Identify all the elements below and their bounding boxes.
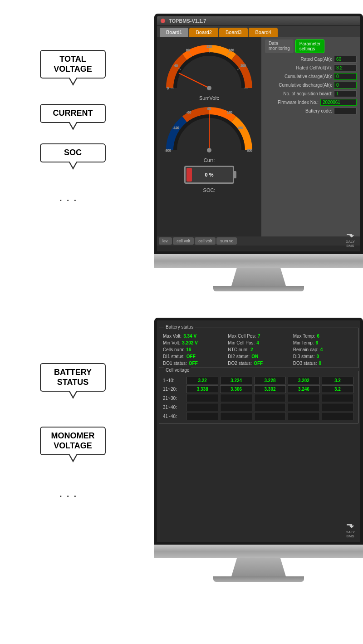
bottom-tabs: lev. cell volt cell volt sum vo [157,236,360,246]
svg-point-14 [207,86,211,90]
svg-point-23 [207,148,211,152]
monitor-base-2 [154,545,363,558]
monitor-base [154,254,363,268]
battery-status-title: Battery status [164,324,195,329]
svg-text:80: 80 [186,49,190,52]
svg-text:-300: -300 [165,149,171,152]
board-tab-2[interactable]: Board2 [189,28,218,37]
bottom-tab-cell-volt-2[interactable]: cell volt [195,237,216,245]
param-rated-cap-input[interactable] [334,56,357,63]
svg-text:240: 240 [238,126,243,129]
board-tabs: Board1 Board2 Board3 Board4 [157,26,360,37]
param-acq-board-input[interactable] [334,90,357,97]
bottom-tab-lev[interactable]: lev. [159,237,172,245]
param-cum-charge-input[interactable] [334,73,357,80]
cell-voltage-title: Cell voltage [164,368,191,373]
param-acq-board: No. of acquisition board: [265,90,357,97]
param-firmware-input[interactable] [320,99,357,106]
svg-text:180: 180 [227,111,232,114]
param-rated-cap: Rated Cap(Ah): [265,56,357,63]
param-cum-charge: Cumulative charge(Ah): [265,73,357,80]
param-rated-cell-input[interactable] [334,64,357,71]
app-title: TOPBMS-V1.1.7 [169,18,206,24]
cell-row-31-40: 31~40: [163,403,354,411]
di1-status: DI1 status: OFF [163,354,224,359]
param-battery-code-input[interactable] [334,108,357,114]
svg-text:60: 60 [207,107,211,110]
battery-status-bubble: BATTERY STATUS [40,363,106,392]
current-bubble: CURRENT [40,104,106,123]
sub-tab-params[interactable]: Parametersettings [295,39,325,53]
cell-row-41-48: 41~48: [163,412,354,420]
svg-text:200: 200 [240,64,246,67]
svg-text:40: 40 [174,64,178,67]
board-tab-3[interactable]: Board3 [219,28,248,37]
bottom-tab-sum-vo[interactable]: sum vo [216,237,237,245]
dots-1: ... [59,190,80,204]
soc-container: 0 % SOC: [161,166,258,193]
cell-voltage-section: Cell voltage 1~10: 3.22 3.224 3.228 3.20… [159,371,358,423]
param-rated-cell: Rated CellVolt(V): [265,64,357,71]
svg-line-13 [179,73,209,88]
sum-volt-gauge: 0 40 80 120 160 200 [161,40,258,101]
param-cum-discharge-input[interactable] [334,82,357,88]
monitor-foot-2 [213,576,304,582]
param-cum-discharge: Cumulative discharge(Ah): [265,82,357,88]
cells-num: Cells num: 16 [163,347,224,352]
max-temp: Max Temp: 6 [293,334,354,339]
svg-text:-120: -120 [173,126,179,129]
monitor-stand-2 [231,558,286,576]
battery-status-section: Battery status Max Volt: 3.34 V Max Cell… [159,328,358,368]
bottom-tab-cell-volt-1[interactable]: cell volt [173,237,194,245]
svg-text:-60: -60 [186,111,191,114]
soc-label: SOC [64,148,82,157]
monitor-foot [213,286,304,291]
cell-row-11-20: 11~20: 3.338 3.306 3.302 3.246 3.2 [163,385,354,393]
svg-text:0: 0 [167,87,169,90]
soc-bubble: SOC [40,143,106,162]
do3-status: DO3 status: 0 [293,361,354,366]
max-cell-pos: Max Cell Pos: 7 [228,334,289,339]
dots-2: ... [59,486,80,500]
current-label: CURRENT [53,108,93,118]
curr-gauge: -300 -120 -60 60 180 240 300 C [161,103,258,163]
sum-volt-label: SumVolt: [161,95,258,101]
sub-tabs: Datamonitoring Parametersettings [265,39,357,53]
cell-row-21-30: 21~30: [163,394,354,402]
min-temp: Min Temp: 6 [293,340,354,345]
do2-status: DO2 status: OFF [228,361,289,366]
svg-text:300: 300 [247,149,252,152]
monomer-voltage-bubble: MONOMER VOLTAGE [40,427,106,455]
battery-status-label: BATTERY STATUS [54,368,92,387]
do1-status: DO1 status: OFF [163,361,224,366]
app-header: TOPBMS-V1.1.7 [157,16,360,26]
svg-text:160: 160 [229,49,234,52]
sub-tab-data[interactable]: Datamonitoring [265,39,294,53]
param-battery-code: Battery code: [265,108,357,114]
app-dot [161,19,165,23]
curr-label: Curr: [161,157,258,163]
min-volt: Min Volt: 3.202 V [163,340,224,345]
board-tab-1[interactable]: Board1 [160,28,188,37]
max-volt: Max Volt: 3.34 V [163,334,224,339]
total-voltage-bubble: TOTAL VOLTAGE [40,50,106,79]
cell-row-1-10: 1~10: 3.22 3.224 3.228 3.202 3.2 [163,377,354,384]
svg-text:120: 120 [206,45,212,48]
total-voltage-label: TOTAL VOLTAGE [54,54,92,74]
monitor-stand [231,268,286,286]
daly-logo-2: ⬎ DALY BMS [346,519,355,538]
ntc-num: NTC num: 2 [228,347,289,352]
monomer-voltage-label: MONOMER VOLTAGE [51,431,95,450]
gauge-panel: 0 40 80 120 160 200 [157,37,261,236]
di2-status: DI2 status: ON [228,354,289,359]
di3-status: DI3 status: 0 [293,354,354,359]
remain-cap: Remain cap: 4 [293,347,354,352]
param-firmware: Firmware Index No.: [265,99,357,106]
settings-panel: Datamonitoring Parametersettings Rated C… [261,37,360,236]
board-tab-4[interactable]: Board4 [249,28,277,37]
daly-logo: ⬎ DALY BMS [346,229,355,248]
min-cell-pos: Min Cell Pos: 4 [228,340,289,345]
